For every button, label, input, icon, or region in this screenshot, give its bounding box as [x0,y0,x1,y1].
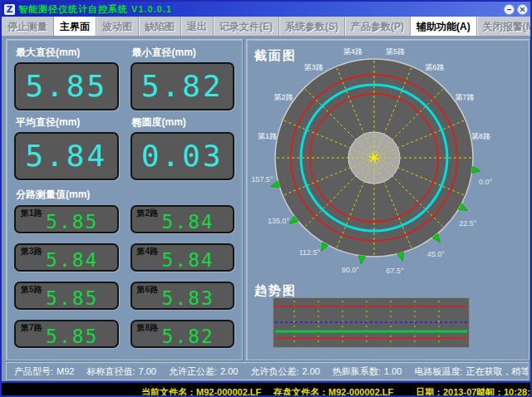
status-field-label: 标称直径值: [86,366,135,376]
status-field-3: 允许正公差:2.00 [169,365,238,378]
trend-view-title: 趋势图 [254,283,297,299]
gauge-value: 5.85 [25,71,107,101]
menu-item-4[interactable]: 缺陷图 [139,17,181,36]
time-display: 时间：10:28:34 [476,386,532,397]
status-field-label: 电路板温度: [414,366,462,376]
gauge-display: 5.84 [14,132,119,180]
status-field-value: 1.00 [384,366,401,376]
channels-title: 分路测量值(mm) [16,188,233,202]
channel-axis-label: 第5路 [386,47,405,56]
channel-value: 5.84 [16,249,117,271]
window-title: 智能测径仪统计自控系统 V1.0.0.1 [18,3,172,16]
gauge-display: 0.03 [131,132,235,180]
gauge-value: 5.82 [141,71,224,101]
window-buttons: – ✕ [504,4,528,15]
status-field-value: 正在获取，稍等片刻.. [466,366,529,376]
angle-tick-label: 90.0° [342,266,360,274]
gauge-cell-4: 椭圆度(mm)0.03 [131,114,235,180]
gauge-display: 5.82 [131,62,235,110]
status-field-4: 允许负公差:2.00 [250,365,319,378]
channel-value: 5.84 [132,211,234,233]
channel-display-4: 第4路5.84 [131,243,235,272]
channel-axis-label: 第1路 [258,132,277,140]
angle-tick-label: 135.0° [268,217,290,225]
status-field-value: 2.00 [303,366,320,376]
channel-display-2: 第2路5.84 [131,205,235,233]
channel-axis-label: 第3路 [304,63,323,71]
channel-value: 5.83 [132,287,234,309]
gauge-label: 平均直径(mm) [16,115,117,130]
status-strip: 产品型号:M92标称直径值:7.00允许正公差:2.00允许负公差:2.00热膨… [6,362,529,380]
status-field-label: 允许正公差: [169,366,217,376]
center-star-icon [372,156,377,160]
current-file: 当前文件名：M92-000002.LF [141,386,261,397]
channel-axis-label: 第4路 [343,47,362,56]
trend-chart [273,297,470,348]
status-field-label: 允许负公差: [250,366,298,376]
status-field-label: 热膨胀系数: [332,366,381,376]
angle-tick-label: 67.5° [386,267,404,275]
channel-display-1: 第1路5.85 [14,205,119,233]
channel-display-6: 第6路5.83 [131,282,235,310]
gauge-label: 最小直径(mm) [132,46,234,60]
gauge-display: 5.85 [14,62,119,110]
channel-display-5: 第5路5.85 [14,282,119,310]
channel-display-7: 第7路5.85 [14,320,119,348]
angle-tick-label: 22.5° [459,219,477,228]
menu-item-1[interactable]: 停止测量 [2,17,54,36]
menu-item-8[interactable]: 产品参数(P) [345,17,411,36]
menu-item-2[interactable]: 主界面 [54,17,96,36]
status-field-label: 产品型号: [14,366,53,376]
channel-value: 5.85 [16,211,117,233]
status-field-6: 电路板温度:正在获取，稍等片刻.. [414,365,529,378]
channel-display-8: 第8路5.82 [131,320,235,348]
channel-value: 5.85 [16,287,117,309]
channel-grid: 第1路5.85第2路5.84第3路5.84第4路5.84第5路5.85第6路5.… [14,205,234,348]
status-field-value: M92 [57,366,74,376]
gauge-value: 5.84 [25,141,107,171]
menu-item-3[interactable]: 波动图 [96,17,139,36]
angle-tick-label: 112.5° [299,248,321,257]
gauge-label: 最大直径(mm) [16,46,117,60]
channel-axis-label: 第8路 [471,132,490,140]
menu-item-9[interactable]: 辅助功能(A) [411,17,477,36]
charts-panel: 截面图 第1路第2路第3路第4路第5路第6路第7路第8路0.0°22.5°45.… [246,39,530,360]
channel-value: 5.85 [16,326,117,347]
menu-item-5[interactable]: 退出 [181,17,214,36]
close-button[interactable]: ✕ [517,4,528,15]
save-file: 存盘文件名：M92-000002.LF [273,386,393,397]
menu-bar: 停止测量主界面波动图缺陷图退出记录文件(E)系统参数(S)产品参数(P)辅助功能… [2,17,530,37]
status-field-2: 标称直径值:7.00 [86,365,155,378]
menu-item-6[interactable]: 记录文件(E) [214,17,279,36]
title-bar: Z 智能测径仪统计自控系统 V1.0.0.1 – ✕ [2,2,530,17]
app-window: Z 智能测径仪统计自控系统 V1.0.0.1 – ✕ 停止测量主界面波动图缺陷图… [0,0,532,397]
section-view-title: 截面图 [254,48,297,64]
gauge-grid: 最大直径(mm)5.85最小直径(mm)5.82平均直径(mm)5.84椭圆度(… [14,44,234,180]
channel-axis-label: 第2路 [274,93,293,101]
minimize-button[interactable]: – [504,4,515,15]
angle-tick-label: 0.0° [479,178,493,186]
gauge-cell-1: 最大直径(mm)5.85 [14,44,119,110]
channel-value: 5.82 [132,326,234,347]
angle-marker-icon [472,167,480,174]
angle-marker-icon [397,252,404,262]
channel-axis-label: 第7路 [455,93,474,101]
status-field-5: 热膨胀系数:1.00 [332,365,401,378]
menu-item-7[interactable]: 系统参数(S) [279,17,345,36]
angle-marker-icon [359,256,366,264]
file-status-bar: 当前文件名：M92-000002.LF 存盘文件名：M92-000002.LF … [2,381,530,397]
status-field-1: 产品型号:M92 [14,365,74,378]
angle-tick-label: 157.5° [251,175,273,184]
gauge-cell-2: 最小直径(mm)5.82 [131,44,235,110]
cross-section-chart: 第1路第2路第3路第4路第5路第6路第7路第8路0.0°22.5°45.0°67… [247,40,529,279]
gauge-value: 0.03 [141,141,224,171]
measurement-panel: 最大直径(mm)5.85最小直径(mm)5.82平均直径(mm)5.84椭圆度(… [6,39,243,360]
channel-display-3: 第3路5.84 [14,243,119,272]
status-field-value: 2.00 [220,366,238,376]
angle-tick-label: 45.0° [427,250,446,258]
app-icon: Z [4,4,15,15]
gauge-cell-3: 平均直径(mm)5.84 [14,114,119,180]
status-field-value: 7.00 [139,366,156,376]
menu-item-10[interactable]: 关闭报警(M) [477,17,532,36]
gauge-label: 椭圆度(mm) [132,115,234,130]
